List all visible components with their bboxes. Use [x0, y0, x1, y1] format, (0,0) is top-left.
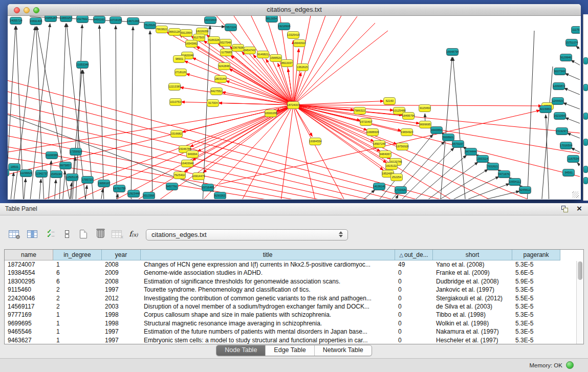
window-titlebar[interactable]: citations_edges.txt — [8, 4, 581, 16]
tab-edge-table[interactable]: Edge Table — [266, 345, 314, 356]
graph-node-21053346[interactable]: 21053346 — [76, 61, 89, 69]
graph-node-39113[interactable]: 39113 — [8, 169, 9, 177]
graph-node-18300295[interactable]: 18300295 — [265, 110, 277, 117]
graph-node-19756928[interactable]: 19756928 — [396, 143, 408, 150]
graph-node-14136141[interactable]: 14136141 — [373, 183, 385, 190]
graph-node-16210643[interactable]: 16210643 — [554, 112, 566, 120]
graph-node-16640910[interactable]: 16640910 — [293, 39, 306, 47]
graph-node-12342737[interactable]: 12342737 — [35, 170, 48, 178]
graph-node-9484067[interactable]: 9484067 — [379, 150, 391, 158]
graph-node-16543862[interactable]: 16543862 — [185, 40, 198, 48]
graph-node-62160[interactable]: 62160 — [383, 97, 396, 105]
graph-node-949394[interactable]: 949394 — [186, 150, 199, 158]
graph-node-12213383[interactable]: 12213383 — [168, 83, 181, 91]
graph-node-98901[interactable]: 98901 — [173, 55, 185, 63]
table-row[interactable]: 969969511998Structural magnetic resonanc… — [5, 319, 583, 327]
delete-column-button[interactable] — [94, 228, 107, 240]
delete-table-button[interactable]: × — [110, 228, 123, 240]
graph-node-19384554[interactable]: 19384554 — [309, 138, 321, 145]
table-row[interactable]: 946362711997Embryonic stem cells: a mode… — [5, 336, 583, 344]
column-header-in_degree[interactable]: in_degree — [53, 250, 102, 260]
graph-node-2718126[interactable]: 2718126 — [175, 69, 187, 76]
graph-node-16955287[interactable]: 16955287 — [45, 16, 57, 22]
graph-node-1615132[interactable]: 1615132 — [385, 162, 398, 170]
tab-network-table[interactable]: Network Table — [315, 345, 372, 356]
graph-node-1175685[interactable]: 1175685 — [220, 49, 232, 56]
graph-node-17359924[interactable]: 17359924 — [70, 148, 82, 156]
graph-node-16403946[interactable]: 16403946 — [181, 160, 193, 167]
graph-node-2933114[interactable]: 2933114 — [476, 155, 489, 163]
graph-node-7632621[interactable]: 7632621 — [487, 163, 499, 170]
graph-node-1167534[interactable]: 1167534 — [567, 155, 579, 163]
table-row[interactable]: 1830029562008Estimation of significance … — [5, 277, 583, 286]
graph-node-16033809[interactable]: 16033809 — [204, 16, 216, 24]
graph-node-6579197[interactable]: 6579197 — [452, 140, 464, 148]
graph-node-1516682[interactable]: 1516682 — [170, 130, 183, 138]
graph-node-15751074[interactable]: 15751074 — [565, 39, 578, 47]
select-rows-button[interactable]: ✓─✓─ — [44, 228, 57, 240]
graph-node-9227343[interactable]: 9227343 — [554, 68, 566, 75]
table-row[interactable]: 2242004622012Investigating the contribut… — [5, 294, 583, 302]
graph-node-8454743[interactable]: 8454743 — [244, 47, 256, 54]
graph-node-8290363[interactable]: 8290363 — [214, 192, 226, 200]
table-row[interactable]: 1938455462009Genome-wide association stu… — [5, 269, 583, 277]
graph-node-9242848[interactable]: 9242848 — [218, 62, 230, 70]
graph-node-7986322[interactable]: 7986322 — [354, 107, 366, 115]
graph-node-1588520[interactable]: 1588520 — [270, 54, 282, 62]
graph-node-19654923[interactable]: 19654923 — [401, 128, 413, 136]
graph-node-94561[interactable]: 94561 — [562, 169, 575, 177]
table-source-select[interactable]: citations_edges.txt — [146, 229, 348, 240]
graph-node-1795723[interactable]: 1795723 — [81, 176, 94, 184]
graph-node-9975857[interactable]: 9975857 — [59, 162, 72, 169]
graph-node-9660128[interactable]: 9660128 — [168, 28, 181, 36]
graph-node-12093872[interactable]: 12093872 — [553, 82, 565, 90]
minimize-window-icon[interactable] — [24, 7, 30, 13]
graph-node-11156829[interactable]: 11156829 — [20, 169, 32, 177]
graph-node-9129946[interactable]: 9129946 — [560, 54, 572, 61]
memory-status-icon[interactable] — [566, 361, 574, 369]
graph-node-9457791[interactable]: 9457791 — [166, 183, 178, 190]
row-height-button[interactable] — [60, 228, 74, 240]
graph-node-15192971[interactable]: 15192971 — [556, 127, 568, 135]
table-options-button[interactable] — [7, 228, 20, 240]
graph-node-9474444[interactable]: 9474444 — [465, 148, 477, 156]
graph-node-1733426[interactable]: 1733426 — [395, 186, 407, 194]
scrollbar-thumb[interactable] — [578, 261, 582, 280]
graph-node-10688609[interactable]: 10688609 — [366, 128, 379, 136]
graph-node-16648794[interactable]: 16648794 — [446, 48, 459, 56]
column-header-year[interactable]: year — [102, 250, 141, 260]
graph-node-10719155[interactable]: 10719155 — [110, 16, 122, 24]
column-header-short[interactable]: short — [433, 250, 512, 260]
new-column-button[interactable] — [77, 228, 90, 240]
graph-node-2803144[interactable]: 2803144 — [214, 75, 227, 83]
graph-node-8466160[interactable]: 8466160 — [93, 16, 105, 24]
graph-node-9327548[interactable]: 9327548 — [220, 39, 232, 47]
panel-splitter-handle[interactable] — [288, 201, 295, 203]
graph-node-18907249[interactable]: 18907249 — [373, 140, 385, 148]
graph-node-20691406[interactable]: 20691406 — [30, 17, 42, 25]
graph-node-9146821[interactable]: 9146821 — [257, 51, 269, 58]
table-row[interactable]: 1456911722003Disruption of a novel membe… — [5, 302, 583, 311]
graph-node-8822037[interactable]: 8822037 — [281, 59, 293, 67]
graph-node-8471676[interactable]: 8471676 — [498, 170, 510, 178]
graph-node-24055724[interactable]: 24055724 — [10, 17, 22, 25]
graph-node-1010753[interactable]: 1010753 — [169, 98, 182, 106]
graph-node-252254[interactable]: 252254 — [390, 173, 403, 181]
graph-node-8427552[interactable]: 8427552 — [210, 87, 223, 95]
graph-node-16914479[interactable]: 16914479 — [192, 172, 205, 180]
graph-node-10653257[interactable]: 10653257 — [60, 16, 72, 22]
graph-node-14671368[interactable]: 14671368 — [127, 17, 139, 25]
graph-node-13325419[interactable]: 13325419 — [287, 31, 299, 39]
table-scrollbar[interactable] — [576, 261, 583, 344]
table-row[interactable]: 911546021997Tourette syndrome. Phenomeno… — [5, 286, 583, 294]
graph-node-7625402[interactable]: 7625402 — [173, 171, 186, 179]
graph-node-1117534[interactable]: 1117534 — [571, 26, 580, 34]
graph-node-917004[interactable]: 917004 — [207, 99, 219, 107]
graph-node-5912954[interactable]: 5912954 — [180, 29, 192, 37]
graph-node-8813054[interactable]: 8813054 — [266, 16, 278, 23]
window-resize-grip[interactable] — [572, 191, 579, 198]
table-row[interactable]: 977716911998Corpus callosum shape and si… — [5, 311, 583, 319]
graph-node-15716485[interactable]: 15716485 — [202, 184, 214, 191]
graph-node-2367608[interactable]: 2367608 — [232, 44, 244, 52]
tab-node-table[interactable]: Node Table — [216, 345, 266, 356]
